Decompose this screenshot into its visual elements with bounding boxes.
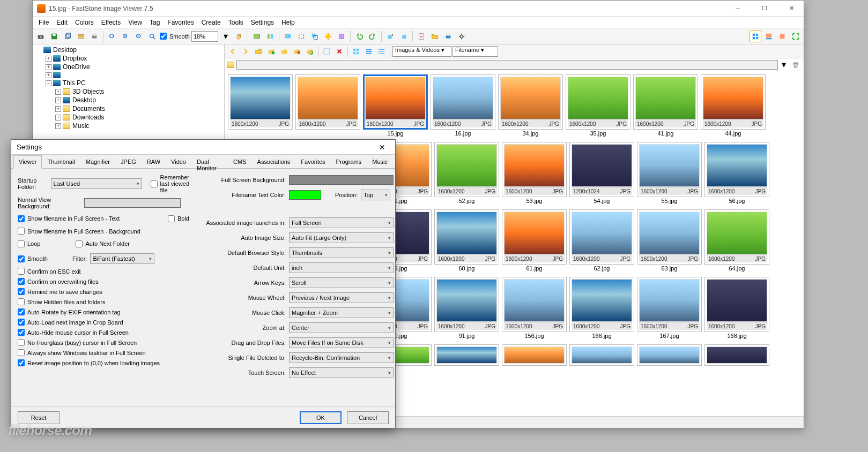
wheel-combo[interactable]: Previous / Next Image [289,292,394,303]
touch-combo[interactable]: No Effect [289,367,394,378]
minimize-button[interactable]: ─ [730,3,746,14]
zoom-dropdown-icon[interactable]: ▾ [220,31,232,42]
thumbnail[interactable]: 1280x1024JPG54.jpg [569,142,634,204]
thumbnail[interactable]: 1600x1200JPG35.jpg [566,74,630,137]
thumbnail[interactable]: 1600x1200JPG56.jpg [704,142,769,204]
tab-viewer[interactable]: Viewer [13,155,42,169]
reset-pos-checkbox[interactable]: Reset image position to (0,0) when loadi… [18,359,189,366]
zoom-in-icon[interactable] [120,31,131,42]
tab-thumbnail[interactable]: Thumbnail [42,155,80,169]
thumbnail[interactable]: 1600x1200JPG34.jpg [498,74,563,137]
tab-music[interactable]: Music [367,155,393,169]
zoom-actual-icon[interactable] [106,31,118,42]
auto-hide-cursor-checkbox[interactable]: Auto-Hide mouse cursor in Full Screen [18,329,189,336]
menu-help[interactable]: Help [278,18,299,27]
bold-checkbox[interactable]: Bold [168,215,189,222]
resize-icon[interactable] [309,31,321,42]
view-single-icon[interactable] [776,31,788,42]
tab-cms[interactable]: CMS [228,155,251,169]
thumbnail[interactable]: 1600x1200JPG53.jpg [502,142,567,204]
tab-favorites[interactable]: Favorites [295,155,330,169]
slideshow-icon[interactable] [251,31,263,42]
thumbnail[interactable]: 1600x1200JPG44.jpg [701,74,766,137]
dragdrop-combo[interactable]: Move Files If on Same Disk [289,337,394,348]
tree-item[interactable]: +Music [34,122,223,130]
thumbnail[interactable]: 1600x1200JPG [228,74,293,137]
tab-associations[interactable]: Associations [252,155,296,169]
thumbnail[interactable]: 1600x1200JPG [295,74,360,137]
tab-magnifier[interactable]: Magnifier [80,155,115,169]
always-taskbar-checkbox[interactable]: Always show Windows taskbar in Full Scre… [18,349,189,356]
auto-size-combo[interactable]: Auto Fit (Large Only) [289,232,394,243]
confirm-overwrite-checkbox[interactable]: Confirm on overwriting files [18,278,189,285]
adjust-icon[interactable] [322,31,334,42]
rotate-left-icon[interactable] [384,31,396,42]
filter-combo-setting[interactable]: BiFant (Fastest) [90,253,154,264]
thumbnail[interactable] [434,344,499,366]
folder-yellow-icon[interactable] [278,46,290,57]
acquire-icon[interactable] [35,31,47,42]
folder-up-icon[interactable] [253,46,264,57]
thumbnail[interactable] [704,344,769,366]
path-input[interactable] [236,60,778,70]
zoom-fit-icon[interactable] [146,31,158,42]
assoc-launch-combo[interactable]: Full Screen [289,217,394,228]
thumbnail[interactable]: 1600x1200JPG63.jpg [637,209,702,272]
show-hidden-checkbox[interactable]: Show Hidden files and folders [18,298,189,305]
tree-item[interactable]: Desktop [34,46,223,54]
no-hourglass-checkbox[interactable]: No Hourglass (busy) cursor in Full Scree… [18,339,189,346]
tree-item[interactable]: +OneDrive [34,63,223,71]
remind-save-checkbox[interactable]: Remind me to save changes [18,288,189,295]
view-details-icon[interactable] [376,46,388,57]
redo-icon[interactable] [367,31,379,42]
view-large-icon[interactable] [350,46,362,57]
tab-jpeg[interactable]: JPEG [115,155,142,169]
view-fullscreen-icon[interactable] [790,31,802,42]
menu-effects[interactable]: Effects [98,18,124,27]
trash-icon[interactable] [790,59,802,71]
tab-raw[interactable]: RAW [142,155,166,169]
smooth-checkbox[interactable]: Smooth [160,33,190,40]
print-icon[interactable] [88,31,100,42]
crop-icon[interactable] [295,31,307,42]
zoom-out-icon[interactable] [133,31,145,42]
folder-new-icon[interactable] [265,46,277,57]
tree-item[interactable]: −This PC [34,79,223,87]
tree-item[interactable]: +Desktop [34,96,223,104]
confirm-esc-checkbox[interactable]: Confirm on ESC exit [18,268,189,275]
nav-forward-icon[interactable] [240,46,251,57]
tab-dual-monitor[interactable]: Dual Monitor [191,155,228,169]
thumbnail[interactable]: 1600x1200JPG168.jpg [704,277,769,339]
undo-icon[interactable] [353,31,365,42]
fullscreen-bg-color[interactable] [289,175,394,185]
menu-favorites[interactable]: Favorites [164,18,197,27]
folder-icon[interactable] [429,31,441,42]
reset-button[interactable]: Reset [18,411,60,424]
close-button[interactable]: ✕ [783,3,799,14]
tab-programs[interactable]: Programs [331,155,367,169]
nav-back-icon[interactable] [227,46,239,57]
auto-next-checkbox[interactable]: Auto Next Folder [76,240,130,247]
save-icon[interactable] [48,31,60,42]
thumbnail[interactable]: 1600x1200JPG156.jpg [502,277,567,339]
normal-bg-color[interactable] [84,198,181,208]
zoomat-combo[interactable]: Center [289,322,394,333]
sort-combo[interactable]: Filename ▾ [452,46,498,57]
menu-settings[interactable]: Settings [247,18,278,27]
smooth-setting-checkbox[interactable]: Smooth [18,255,48,262]
delete-icon[interactable] [333,46,345,57]
thumbnail[interactable]: 1600x1200JPG167.jpg [637,277,702,339]
tree-item[interactable]: + [34,71,223,79]
thumbnail[interactable]: 1600x1200JPG41.jpg [633,74,698,137]
compare-icon[interactable] [264,31,276,42]
thumbnail[interactable]: 1600x1200JPG61.jpg [502,209,567,272]
filter-combo[interactable]: Images & Videos ▾ [392,46,451,57]
cancel-button[interactable]: Cancel [347,411,389,424]
view-preview-icon[interactable] [763,31,775,42]
thumbnail[interactable]: 1600x1200JPG55.jpg [637,142,702,204]
tree-item[interactable]: +Dropbox [34,54,223,63]
menu-edit[interactable]: Edit [53,18,71,27]
folder-refresh-icon[interactable] [304,46,316,57]
wallpaper-icon[interactable] [282,31,294,42]
select-all-icon[interactable] [321,46,332,57]
